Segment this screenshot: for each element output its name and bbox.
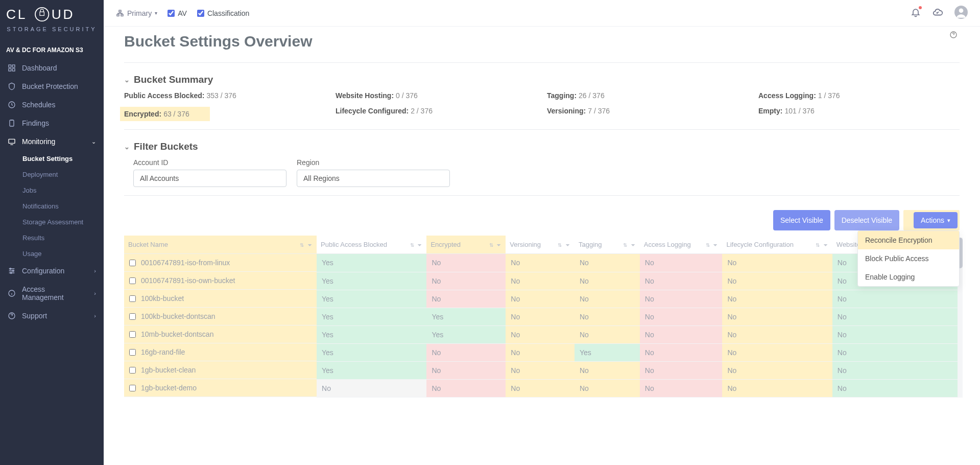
cell-encrypted: No [426,290,506,308]
bucket-summary-header[interactable]: ⌄ Bucket Summary [124,74,960,85]
nav-dashboard[interactable]: Dashboard [0,59,104,77]
subnav-results[interactable]: Results [0,230,104,246]
action-reconcile-encryption[interactable]: Reconcile Encryption [858,231,959,249]
th-encrypted[interactable]: Encrypted⇅ ⏷ [426,236,506,254]
cell-lifecycle: No [722,326,832,343]
nav-findings[interactable]: Findings [0,114,104,132]
summary-public-access: Public Access Blocked:353 / 376 [124,91,325,100]
select-visible-button[interactable]: Select Visible [773,210,830,230]
cell-access-logging: No [640,254,723,272]
th-public-access[interactable]: Public Access Blocked⇅ ⏷ [317,236,426,254]
sort-icon: ⇅ ⏷ [300,242,314,247]
action-block-public-access[interactable]: Block Public Access [858,249,959,268]
nav-bucket-protection[interactable]: Bucket Protection [0,77,104,96]
bucket-name: 10mb-bucket-dontscan [141,330,213,338]
row-checkbox[interactable] [129,349,136,356]
subnav-jobs[interactable]: Jobs [0,182,104,198]
divider [124,62,960,63]
classification-checkbox-label[interactable]: Classification [197,9,249,17]
row-checkbox[interactable] [129,260,136,266]
cell-tagging: No [575,308,640,326]
cell-public-access: Yes [317,343,426,361]
sort-icon: ⇅ ⏷ [489,242,503,247]
brand-logo: CL UD STORAGE SECURITY [0,5,104,37]
cell-lifecycle: No [722,343,832,361]
svg-point-1 [35,8,49,21]
cell-tagging: No [575,326,640,343]
svg-rect-7 [12,68,15,71]
cloud-status-icon[interactable] [932,7,943,19]
notifications-icon[interactable] [911,7,921,19]
chevron-down-icon: ⌄ [124,76,130,84]
svg-rect-16 [119,10,121,12]
row-checkbox[interactable] [129,295,136,302]
cell-versioning: No [506,272,575,290]
av-checkbox[interactable] [168,10,175,17]
nav-configuration[interactable]: Configuration› [0,262,104,280]
table-row: 100kb-bucket-dontscanYesYesNoNoNoNoNo [124,308,960,326]
cell-website-hosting: No [832,343,960,361]
divider [124,195,960,196]
svg-rect-9 [10,120,14,126]
topbar: Primary ▾ AV Classification [104,0,980,27]
table-row: 00106747891-iso-own-bucketYesNoNoNoNoNoN… [124,272,960,290]
classification-checkbox[interactable] [197,10,204,17]
th-access-logging[interactable]: Access Logging⇅ ⏷ [640,236,723,254]
content: Bucket Settings Overview ⌄ Bucket Summar… [104,27,980,465]
shield-icon [8,82,16,90]
table-row: 10mb-bucket-dontscanYesYesNoNoNoNoNo [124,326,960,343]
deselect-visible-button[interactable]: Deselect Visible [834,210,899,230]
row-checkbox[interactable] [129,331,136,338]
row-checkbox[interactable] [129,313,136,320]
subnav-deployment[interactable]: Deployment [0,167,104,182]
actions-dropdown: Reconcile Encryption Block Public Access… [857,230,960,287]
subnav-notifications[interactable]: Notifications [0,198,104,214]
svg-rect-18 [121,14,123,16]
th-tagging[interactable]: Tagging⇅ ⏷ [575,236,640,254]
nav-access-management[interactable]: Access Management› [0,280,104,307]
user-avatar-icon[interactable] [954,6,968,20]
region-label: Region [297,158,450,167]
table-row: 1gb-bucket-demoNoNoNoNoNoNoNo [124,379,960,397]
divider [124,129,960,130]
sort-icon: ⇅ ⏷ [623,242,637,247]
cell-tagging: Yes [575,343,640,361]
row-checkbox[interactable] [129,277,136,284]
chevron-down-icon: ⌄ [91,138,96,145]
region-select[interactable]: All Regions [297,170,450,187]
cell-website-hosting: No [832,326,960,343]
nav-monitoring[interactable]: Monitoring⌄ [0,132,104,151]
actions-button[interactable]: Actions [914,212,958,228]
subnav-storage-assessment[interactable]: Storage Assessment [0,214,104,230]
page-title: Bucket Settings Overview [124,33,960,50]
cell-encrypted: No [426,343,506,361]
nav-schedules[interactable]: Schedules [0,96,104,114]
sitemap-icon [116,9,124,17]
th-bucket-name[interactable]: Bucket Name⇅ ⏷ [124,236,317,254]
subnav-usage[interactable]: Usage [0,246,104,262]
bucket-name: 1gb-bucket-demo [141,384,197,392]
cell-website-hosting: No [832,379,960,397]
account-id-select[interactable]: All Accounts [133,170,286,187]
row-checkbox[interactable] [129,385,136,391]
main: Primary ▾ AV Classification Bucket Setti… [104,0,980,465]
av-checkbox-label[interactable]: AV [168,9,187,17]
dashboard-icon [8,64,16,72]
cell-lifecycle: No [722,379,832,397]
subnav-bucket-settings[interactable]: Bucket Settings [0,151,104,167]
primary-selector[interactable]: Primary ▾ [116,9,157,17]
th-versioning[interactable]: Versioning⇅ ⏷ [506,236,575,254]
th-lifecycle[interactable]: Lifecycle Configuration⇅ ⏷ [722,236,832,254]
summary-website-hosting: Website Hosting:0 / 376 [336,91,537,100]
page-help-icon[interactable] [949,31,958,40]
nav-support[interactable]: Support› [0,307,104,325]
filter-buckets-header[interactable]: ⌄ Filter Buckets [124,141,960,152]
action-enable-logging[interactable]: Enable Logging [858,268,959,286]
bucket-table: Bucket Name⇅ ⏷ Public Access Blocked⇅ ⏷ … [124,236,960,398]
filter-row: Account ID All Accounts Region All Regio… [124,158,960,187]
cell-public-access: Yes [317,272,426,290]
cell-versioning: No [506,326,575,343]
row-checkbox[interactable] [129,367,136,374]
cell-public-access: No [317,379,426,397]
sliders-icon [8,267,16,275]
